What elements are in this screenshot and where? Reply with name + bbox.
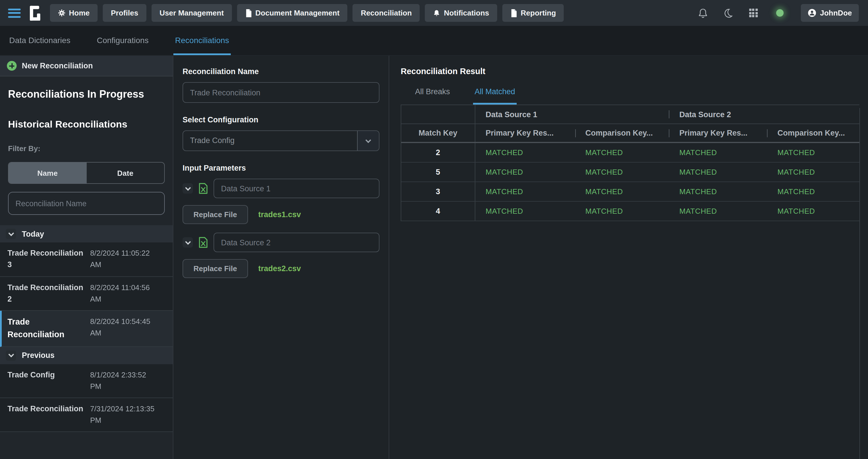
matched-status: MATCHED (679, 168, 717, 176)
reconciliation-list-item-selected[interactable]: Trade Reconciliation 8/2/2024 10:54:45 A… (0, 311, 173, 347)
nav-button-profiles[interactable]: Profiles (103, 4, 146, 22)
uploaded-file-link[interactable]: trades1.csv (258, 210, 301, 219)
item-name: Trade Reconciliation (7, 316, 84, 341)
data-source-2-input[interactable] (214, 233, 379, 252)
reconciliation-list-item[interactable]: Trade Reconciliation 7/31/2024 12:13:35 … (0, 398, 173, 432)
nav-button-document-management[interactable]: Document Management (237, 4, 348, 22)
app-logo-icon (30, 5, 42, 20)
column-header-primary-key-result-1[interactable]: Primary Key Res... (475, 124, 575, 142)
chevron-down-icon (8, 230, 14, 236)
table-row[interactable]: 3 MATCHED MATCHED MATCHED MATCHED (401, 182, 859, 202)
collapse-chevron-button[interactable] (6, 229, 16, 239)
tab-data-dictionaries-label: Data Dictionaries (9, 36, 70, 45)
top-navbar: Home Profiles User Management Document M… (0, 0, 868, 26)
new-reconciliation-button[interactable]: New Reconciliation (0, 56, 173, 77)
nav-button-user-management[interactable]: User Management (152, 4, 232, 22)
notifications-bell-icon[interactable] (697, 7, 709, 19)
app-screenshot: Home Profiles User Management Document M… (0, 0, 868, 459)
data-source-2-file-row: Replace File trades2.csv (183, 259, 379, 278)
tab-configurations[interactable]: Configurations (95, 26, 150, 55)
chevron-down-icon (8, 351, 14, 357)
tab-all-matched[interactable]: All Matched (473, 87, 517, 105)
replace-file-button[interactable]: Replace File (183, 205, 248, 224)
configuration-select[interactable]: Trade Config (183, 131, 379, 151)
nav-button-reconciliation[interactable]: Reconciliation (353, 4, 420, 22)
result-cell: MATCHED (669, 163, 767, 181)
section-header-previous[interactable]: Previous (0, 347, 173, 364)
nav-button-reconciliation-label: Reconciliation (361, 9, 412, 17)
configuration-select-value: Trade Config (183, 131, 379, 150)
data-source-1-file-row: Replace File trades1.csv (183, 205, 379, 224)
header-separator-tick (767, 129, 768, 137)
table-group-header-row: Data Source 1 Data Source 2 (401, 105, 859, 124)
app-window: Home Profiles User Management Document M… (0, 0, 868, 459)
column-header-label: Match Key (418, 129, 457, 137)
tab-reconciliations[interactable]: Reconciliations (174, 26, 231, 55)
nav-button-document-management-label: Document Management (255, 9, 340, 17)
nav-button-reporting[interactable]: Reporting (502, 4, 564, 22)
chevron-down-icon (365, 137, 371, 143)
uploaded-file-link[interactable]: trades2.csv (258, 264, 301, 273)
reconciliation-name-filter-input[interactable] (8, 192, 165, 215)
result-cell: MATCHED (475, 163, 575, 181)
matched-status: MATCHED (777, 168, 815, 176)
item-timestamp: 8/2/2024 11:04:56 AM (90, 282, 158, 305)
tab-data-dictionaries[interactable]: Data Dictionaries (7, 26, 72, 55)
collapse-chevron-button[interactable] (183, 183, 193, 194)
result-cell: MATCHED (575, 143, 669, 162)
nav-button-notifications[interactable]: Notifications (425, 4, 497, 22)
tab-all-breaks-label: All Breaks (415, 87, 450, 96)
reconciliation-form-panel: Reconciliation Name Select Configuration… (174, 56, 389, 459)
column-header-label: Primary Key Res... (486, 129, 554, 137)
tab-all-matched-label: All Matched (475, 87, 515, 96)
data-source-1-input[interactable] (214, 179, 379, 198)
nav-button-user-management-label: User Management (160, 9, 224, 17)
section-header-today[interactable]: Today (0, 225, 173, 242)
result-cell: MATCHED (575, 202, 669, 221)
result-title: Reconciliation Result (401, 67, 868, 76)
match-key-cell: 2 (401, 143, 475, 162)
column-header-comparison-key-1[interactable]: Comparison Key... (575, 124, 669, 142)
excel-file-icon (197, 182, 209, 195)
table-right-rule (859, 108, 860, 459)
hamburger-menu-icon[interactable] (8, 8, 21, 18)
result-cell: MATCHED (669, 202, 767, 221)
nav-button-home[interactable]: Home (50, 4, 98, 22)
document-icon (510, 9, 517, 17)
collapse-chevron-button[interactable] (6, 350, 16, 361)
column-header-primary-key-result-2[interactable]: Primary Key Res... (669, 124, 767, 142)
historical-title: Historical Reconciliations (8, 119, 165, 131)
column-header-label: Primary Key Res... (679, 129, 747, 137)
apps-grid-icon[interactable] (748, 7, 759, 19)
section-today-label: Today (22, 229, 44, 238)
filter-toggle-name[interactable]: Name (9, 163, 86, 183)
config-field-block: Select Configuration Trade Config (183, 115, 379, 151)
reconciliation-list-item[interactable]: Trade Config 8/1/2024 2:33:52 PM (0, 364, 173, 398)
match-key-cell: 3 (401, 182, 475, 201)
collapse-chevron-button[interactable] (183, 237, 193, 248)
table-column-header-row: Match Key Primary Key Res... Comparison … (401, 124, 859, 143)
table-row[interactable]: 4 MATCHED MATCHED MATCHED MATCHED (401, 202, 859, 221)
reconciliation-list-item[interactable]: Trade Reconciliation 3 8/2/2024 11:05:22… (0, 242, 173, 277)
group-header-label: Data Source 1 (486, 110, 537, 119)
table-row[interactable]: 2 MATCHED MATCHED MATCHED MATCHED (401, 143, 859, 163)
replace-file-button[interactable]: Replace File (183, 259, 248, 278)
user-menu-button[interactable]: JohnDoe (801, 4, 859, 22)
column-header-label: Comparison Key... (777, 129, 845, 137)
sidebar-header-block: Reconciliations In Progress Historical R… (0, 88, 173, 215)
select-dropdown-button[interactable] (357, 131, 379, 150)
item-timestamp: 8/2/2024 10:54:45 AM (90, 316, 158, 341)
matched-status: MATCHED (777, 207, 815, 216)
filter-toggle-date[interactable]: Date (86, 163, 164, 183)
column-header-comparison-key-2[interactable]: Comparison Key... (767, 124, 859, 142)
dark-mode-moon-icon[interactable] (722, 7, 734, 19)
data-source-1-row (183, 179, 379, 198)
tab-all-breaks[interactable]: All Breaks (413, 87, 452, 105)
nav-button-profiles-label: Profiles (111, 9, 138, 17)
reconciliation-name-input[interactable] (183, 82, 379, 103)
header-separator-tick (669, 110, 670, 118)
column-header-match-key[interactable]: Match Key (401, 124, 475, 142)
reconciliation-list-item[interactable]: Trade Reconciliation 2 8/2/2024 11:04:56… (0, 277, 173, 311)
header-separator-tick (575, 129, 576, 137)
table-row[interactable]: 5 MATCHED MATCHED MATCHED MATCHED (401, 163, 859, 182)
